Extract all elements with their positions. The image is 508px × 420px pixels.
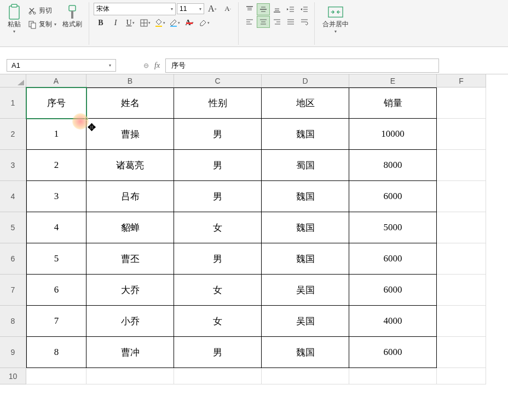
cell-E2[interactable]: 10000 — [349, 119, 437, 150]
cell-E8[interactable]: 4000 — [349, 306, 437, 337]
row-header-7[interactable]: 7 — [0, 275, 26, 306]
cell-E9[interactable]: 6000 — [349, 337, 437, 368]
row-header-8[interactable]: 8 — [0, 306, 26, 337]
cell-F7[interactable] — [437, 275, 486, 306]
column-header-A[interactable]: A — [26, 74, 86, 88]
cell-F6[interactable] — [437, 243, 486, 275]
cell-A6[interactable]: 5 — [26, 243, 86, 275]
cell-D8[interactable]: 吴国 — [262, 306, 349, 337]
row-header-3[interactable]: 3 — [0, 150, 26, 181]
cell-E7[interactable]: 6000 — [349, 275, 437, 306]
cell-D4[interactable]: 魏国 — [262, 181, 349, 212]
cell-C1[interactable]: 性别 — [174, 88, 262, 119]
cell-D6[interactable]: 魏国 — [262, 243, 349, 275]
copy-button[interactable]: 复制 ▾ — [25, 18, 59, 31]
cell-F5[interactable] — [437, 212, 486, 243]
cell-B6[interactable]: 曹丕 — [86, 243, 174, 275]
formula-input[interactable]: 序号 — [165, 59, 439, 73]
align-middle-button[interactable] — [257, 3, 270, 15]
row-header-5[interactable]: 5 — [0, 212, 26, 243]
column-header-D[interactable]: D — [262, 74, 349, 88]
align-right-button[interactable] — [270, 16, 284, 28]
cell-C7[interactable]: 女 — [174, 275, 262, 306]
zoom-icon[interactable]: ⊖ — [143, 62, 149, 69]
cell-C2[interactable]: 男 — [174, 119, 262, 150]
italic-button[interactable]: I — [108, 16, 123, 30]
align-bottom-button[interactable] — [270, 3, 284, 15]
cell-A10[interactable] — [26, 368, 86, 384]
cell-D10[interactable] — [262, 368, 349, 384]
paste-button[interactable]: 粘贴 ▾ — [3, 2, 25, 36]
cell-B9[interactable]: 曹冲 — [86, 337, 174, 368]
cell-F9[interactable] — [437, 337, 486, 368]
cell-F3[interactable] — [437, 150, 486, 181]
cell-F4[interactable] — [437, 181, 486, 212]
cell-D9[interactable]: 魏国 — [262, 337, 349, 368]
wrap-text-button[interactable] — [298, 16, 311, 28]
fill-color-button[interactable]: ▾ — [153, 16, 167, 30]
cell-A9[interactable]: 8 — [26, 337, 86, 368]
cell-C4[interactable]: 男 — [174, 181, 262, 212]
column-header-C[interactable]: C — [174, 74, 262, 88]
cell-B1[interactable]: 姓名 — [86, 88, 174, 119]
bold-button[interactable]: B — [94, 16, 108, 30]
cell-B3[interactable]: 诸葛亮 — [86, 150, 174, 181]
cell-A5[interactable]: 4 — [26, 212, 86, 243]
cell-D3[interactable]: 蜀国 — [262, 150, 349, 181]
column-header-F[interactable]: F — [437, 74, 486, 88]
cell-A8[interactable]: 7 — [26, 306, 86, 337]
increase-font-button[interactable]: A+ — [205, 2, 220, 15]
cut-button[interactable]: 剪切 — [25, 4, 59, 17]
font-color-button[interactable]: A ▾ — [182, 16, 197, 30]
cell-A1[interactable]: 序号 — [26, 88, 86, 119]
row-header-1[interactable]: 1 — [0, 88, 26, 119]
cell-A4[interactable]: 3 — [26, 181, 86, 212]
cell-C6[interactable]: 男 — [174, 243, 262, 275]
align-top-button[interactable] — [243, 3, 256, 15]
cell-B8[interactable]: 小乔 — [86, 306, 174, 337]
row-header-10[interactable]: 10 — [0, 368, 26, 384]
cell-C9[interactable]: 男 — [174, 337, 262, 368]
cell-E3[interactable]: 8000 — [349, 150, 437, 181]
cell-E4[interactable]: 6000 — [349, 181, 437, 212]
cell-F1[interactable] — [437, 88, 486, 119]
format-painter-button[interactable]: 格式刷 — [59, 2, 85, 31]
column-header-B[interactable]: B — [86, 74, 174, 88]
cell-E1[interactable]: 销量 — [349, 88, 437, 119]
select-all-corner[interactable] — [0, 74, 26, 88]
cell-C3[interactable]: 男 — [174, 150, 262, 181]
fx-icon[interactable]: fx — [154, 61, 160, 70]
row-header-9[interactable]: 9 — [0, 337, 26, 368]
name-box[interactable]: A1 ▾ — [7, 59, 116, 72]
cell-A3[interactable]: 2 — [26, 150, 86, 181]
highlight-button[interactable]: ▾ — [168, 16, 182, 30]
eraser-button[interactable]: ▾ — [197, 16, 211, 30]
cell-F10[interactable] — [437, 368, 486, 384]
cell-B5[interactable]: 貂蝉 — [86, 212, 174, 243]
align-center-button[interactable] — [257, 16, 270, 28]
row-header-2[interactable]: 2 — [0, 119, 26, 150]
decrease-font-button[interactable]: A- — [221, 2, 235, 15]
cell-C10[interactable] — [174, 368, 262, 384]
cell-D7[interactable]: 吴国 — [262, 275, 349, 306]
cell-C8[interactable]: 女 — [174, 306, 262, 337]
cell-A7[interactable]: 6 — [26, 275, 86, 306]
cell-A2[interactable]: 1 — [26, 119, 86, 150]
cell-B4[interactable]: 吕布 — [86, 181, 174, 212]
justify-button[interactable] — [284, 16, 297, 28]
increase-indent-button[interactable] — [298, 3, 311, 15]
column-header-E[interactable]: E — [349, 74, 437, 88]
fill-handle[interactable] — [85, 117, 88, 120]
cell-F2[interactable] — [437, 119, 486, 150]
font-name-select[interactable]: 宋体 ▾ — [94, 3, 176, 15]
cell-E10[interactable] — [349, 368, 437, 384]
align-left-button[interactable] — [243, 16, 256, 28]
cell-B2[interactable]: 曹操 — [86, 119, 174, 150]
cell-B10[interactable] — [86, 368, 174, 384]
border-button[interactable]: ▾ — [138, 16, 152, 30]
cell-D2[interactable]: 魏国 — [262, 119, 349, 150]
cell-C5[interactable]: 女 — [174, 212, 262, 243]
cell-E5[interactable]: 5000 — [349, 212, 437, 243]
cell-D5[interactable]: 魏国 — [262, 212, 349, 243]
cell-D1[interactable]: 地区 — [262, 88, 349, 119]
